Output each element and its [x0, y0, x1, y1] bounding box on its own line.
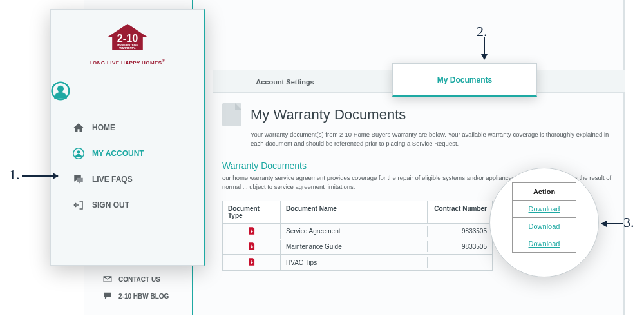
- sidebar-item-sign-out[interactable]: SIGN OUT: [73, 192, 204, 218]
- td-type: [223, 224, 281, 239]
- pdf-icon: [247, 242, 256, 252]
- svg-text:HOME BUYERS: HOME BUYERS: [117, 43, 138, 46]
- table-row: HVAC Tips: [223, 255, 492, 270]
- td-type: [223, 255, 281, 270]
- table-row: Maintenance Guide 9833505: [223, 239, 492, 255]
- svg-text:WARRANTY.: WARRANTY.: [119, 46, 135, 50]
- td-name: Maintenance Guide: [281, 241, 428, 252]
- th-doc-type: Document Type: [223, 201, 281, 223]
- sidebar-nav: HOME MY ACCOUNT LIVE FAQS SIGN OUT: [51, 115, 204, 218]
- tab-label: My Documents: [437, 75, 492, 84]
- pdf-icon: [247, 226, 256, 237]
- home-icon: [73, 122, 84, 133]
- sidebar-item-label: MY ACCOUNT: [92, 149, 144, 158]
- pdf-icon: [247, 257, 256, 268]
- sidebar-item-label: SIGN OUT: [92, 201, 129, 210]
- page-title: My Warranty Documents: [251, 106, 406, 123]
- sidebar-item-label: LIVE FAQS: [92, 175, 133, 184]
- action-header: Action: [512, 182, 576, 201]
- sidebar-item-my-account[interactable]: MY ACCOUNT: [73, 141, 204, 166]
- download-link[interactable]: Download: [512, 235, 576, 253]
- house-logo-icon: 2-10 HOME BUYERS WARRANTY.: [106, 23, 149, 54]
- arrow-3: [601, 223, 623, 224]
- sidebar-item-live-faqs[interactable]: LIVE FAQS: [73, 166, 204, 192]
- logo: 2-10 HOME BUYERS WARRANTY. LONG LIVE HAP…: [51, 10, 204, 72]
- svg-point-4: [57, 85, 64, 92]
- arrow-1: [22, 175, 58, 177]
- document-icon: [222, 103, 242, 126]
- logo-tagline: LONG LIVE HAPPY HOMES®: [57, 59, 197, 66]
- td-name: Service Agreement: [281, 226, 428, 237]
- sidebar-popout: 2-10 HOME BUYERS WARRANTY. LONG LIVE HAP…: [50, 9, 205, 266]
- sidebar-item-label: HOME: [92, 123, 115, 132]
- sidebar-item-label: 2-10 HBW BLOG: [118, 293, 169, 300]
- intro-text: Your warranty document(s) from 2-10 Home…: [251, 130, 611, 149]
- sidebar-item-blog[interactable]: 2-10 HBW BLOG: [103, 288, 169, 304]
- download-link[interactable]: Download: [512, 201, 576, 218]
- sidebar-item-home[interactable]: HOME: [73, 115, 204, 141]
- svg-point-6: [77, 150, 80, 153]
- td-type: [223, 240, 281, 254]
- signout-icon: [73, 199, 84, 211]
- avatar-icon: [51, 81, 70, 101]
- table-row: Service Agreement 9833505: [223, 224, 492, 239]
- th-doc-name: Document Name: [281, 201, 428, 223]
- mail-icon: [103, 275, 112, 284]
- chat-icon: [73, 173, 84, 185]
- td-contract: 9833505: [428, 241, 492, 252]
- user-icon: [73, 148, 84, 159]
- td-contract: 9833505: [428, 226, 492, 237]
- annotation-3: 3.: [623, 214, 634, 231]
- arrow-2: [484, 37, 485, 59]
- annotation-1: 1.: [9, 166, 20, 183]
- td-name: HVAC Tips: [281, 257, 428, 268]
- td-contract: [428, 260, 492, 264]
- th-contract: Contract Number: [428, 201, 492, 223]
- tab-my-documents[interactable]: My Documents: [392, 63, 537, 97]
- tab-account-settings[interactable]: Account Settings: [213, 70, 357, 93]
- sidebar-item-label: CONTACT US: [118, 276, 160, 283]
- svg-text:2-10: 2-10: [117, 32, 137, 44]
- action-callout: Action Download Download Download: [489, 168, 599, 277]
- table-header: Document Type Document Name Contract Num…: [223, 201, 492, 224]
- speech-icon: [103, 291, 112, 300]
- documents-table: Document Type Document Name Contract Num…: [222, 201, 493, 271]
- annotation-2: 2.: [477, 23, 488, 40]
- download-link[interactable]: Download: [512, 218, 576, 235]
- sidebar-item-contact[interactable]: CONTACT US: [103, 271, 169, 288]
